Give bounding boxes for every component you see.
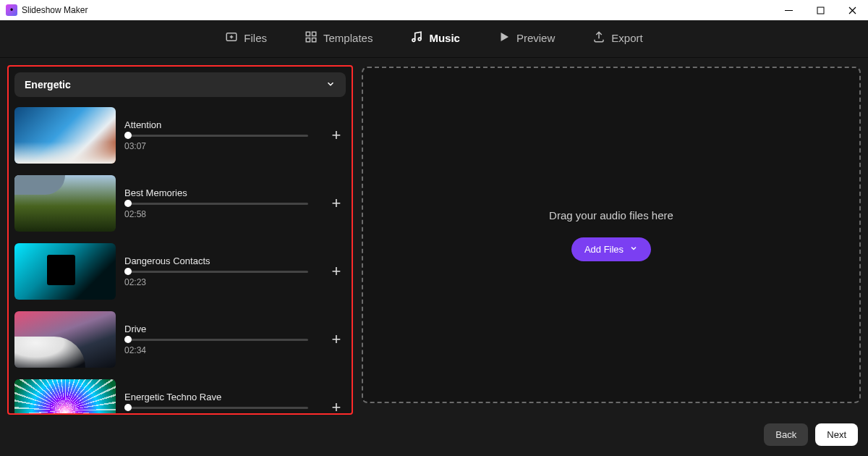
next-button[interactable]: Next (815, 423, 858, 446)
track-row: Best Memories 02:58 + (14, 175, 346, 232)
svg-rect-0 (817, 7, 824, 14)
add-track-button[interactable]: + (327, 398, 346, 415)
audio-dropzone[interactable]: Drag your audio files here Add Files (362, 67, 861, 403)
track-progress[interactable] (124, 271, 308, 273)
music-library-panel: Energetic Attention 03:07 + (7, 65, 353, 415)
music-category-label: Energetic (25, 79, 71, 90)
progress-handle[interactable] (124, 200, 132, 207)
nav-preview-label: Preview (516, 32, 555, 44)
track-list: Attention 03:07 + Best Memories 02:58 + (14, 107, 346, 415)
svg-point-7 (419, 38, 422, 41)
window-titlebar: Slideshow Maker (0, 0, 868, 20)
nav-export-label: Export (611, 32, 642, 44)
nav-files-label: Files (244, 32, 267, 44)
svg-rect-5 (312, 38, 316, 42)
track-row: Drive 02:34 + (14, 311, 346, 368)
track-progress[interactable] (124, 203, 308, 205)
track-row: Energetic Techno Rave 02:14 + (14, 379, 346, 415)
chevron-down-icon (326, 79, 336, 91)
export-icon (592, 30, 605, 46)
dropzone-hint: Drag your audio files here (549, 209, 673, 221)
track-row: Attention 03:07 + (14, 107, 346, 164)
svg-rect-4 (306, 38, 310, 42)
track-title: Drive (124, 324, 318, 334)
nav-music[interactable]: Music (409, 28, 461, 48)
nav-music-label: Music (429, 32, 460, 44)
nav-files[interactable]: Files (224, 28, 268, 48)
track-duration: 02:58 (124, 209, 318, 219)
progress-handle[interactable] (124, 404, 132, 411)
nav-templates-label: Templates (323, 32, 373, 44)
track-thumbnail[interactable] (14, 243, 116, 300)
svg-point-6 (412, 39, 415, 42)
maximize-button[interactable] (804, 0, 836, 20)
svg-rect-3 (312, 32, 316, 35)
svg-rect-2 (306, 32, 310, 35)
music-note-icon (410, 30, 423, 46)
window-title: Slideshow Maker (22, 5, 88, 15)
track-duration: 03:07 (124, 141, 318, 151)
track-thumbnail[interactable] (14, 311, 116, 368)
track-duration: 02:14 (124, 413, 318, 415)
nav-export[interactable]: Export (591, 28, 644, 48)
progress-handle[interactable] (124, 268, 132, 275)
add-track-button[interactable]: + (327, 126, 346, 145)
add-track-button[interactable]: + (327, 194, 346, 213)
track-thumbnail[interactable] (14, 175, 116, 232)
minimize-button[interactable] (773, 0, 804, 20)
files-plus-icon (225, 30, 238, 46)
track-title: Energetic Techno Rave (124, 392, 318, 402)
track-duration: 02:34 (124, 345, 318, 355)
templates-icon (305, 30, 318, 46)
track-progress[interactable] (124, 135, 308, 137)
music-category-dropdown[interactable]: Energetic (14, 72, 346, 97)
track-title: Dangerous Contacts (124, 256, 318, 266)
track-row: Dangerous Contacts 02:23 + (14, 243, 346, 300)
track-title: Best Memories (124, 187, 318, 198)
main-nav: Files Templates Music Preview Export (0, 20, 868, 58)
close-button[interactable] (836, 0, 868, 20)
app-icon (6, 4, 17, 16)
nav-preview[interactable]: Preview (496, 28, 556, 48)
track-duration: 02:23 (124, 277, 318, 287)
track-thumbnail[interactable] (14, 379, 116, 415)
chevron-down-icon (629, 244, 638, 255)
play-icon (498, 30, 511, 46)
progress-handle[interactable] (124, 336, 132, 343)
track-progress[interactable] (124, 339, 308, 341)
progress-handle[interactable] (124, 132, 132, 139)
add-track-button[interactable]: + (327, 330, 346, 349)
track-title: Attention (124, 119, 318, 130)
back-button[interactable]: Back (764, 423, 808, 446)
add-files-button[interactable]: Add Files (571, 237, 651, 261)
add-track-button[interactable]: + (327, 262, 346, 281)
add-files-label: Add Files (584, 244, 624, 255)
track-progress[interactable] (124, 407, 308, 409)
track-thumbnail[interactable] (14, 107, 116, 164)
nav-templates[interactable]: Templates (303, 28, 374, 48)
